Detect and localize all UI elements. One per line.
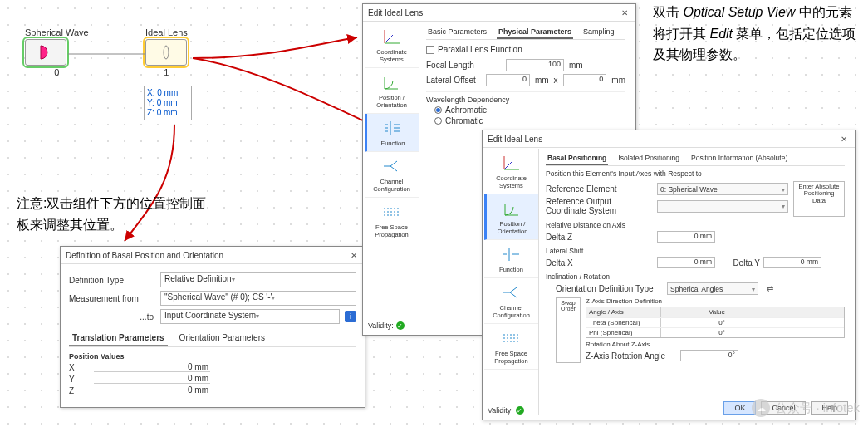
lateral-offset-label: Lateral Offset xyxy=(426,76,481,85)
svg-point-0 xyxy=(164,46,169,59)
position-panel[interactable]: X: 0 mm Y: 0 mm Z: 0 mm xyxy=(144,86,192,120)
checkbox-icon xyxy=(426,46,434,54)
wave-icon xyxy=(501,244,522,264)
position-values-head: Position Values xyxy=(69,352,356,361)
phi-value[interactable]: 0° xyxy=(661,328,728,337)
delta-y-input[interactable]: 0 mm xyxy=(763,257,821,268)
svg-line-7 xyxy=(504,161,512,169)
node-index: 1 xyxy=(145,67,188,77)
node-title: Spherical Wave xyxy=(25,27,89,37)
svg-line-4 xyxy=(385,35,393,43)
dash-icon xyxy=(381,202,403,222)
split-icon xyxy=(381,156,403,176)
lateral-offset-y-input[interactable]: 0 xyxy=(563,74,607,86)
angle-icon xyxy=(381,72,403,92)
definition-type-label: Definition Type xyxy=(69,276,160,285)
radio-icon xyxy=(434,106,442,114)
close-icon[interactable]: ✕ xyxy=(619,7,630,18)
node-spherical-wave[interactable]: Spherical Wave 0 xyxy=(25,27,89,77)
reverse-icon[interactable]: ⇄ xyxy=(767,284,773,293)
delta-z-input[interactable]: 0 mm xyxy=(657,231,715,243)
dialog-basal-position: Definition of Basal Position and Orienta… xyxy=(60,246,365,408)
pos-y-input[interactable]: 0 mm xyxy=(94,374,210,384)
sidebar-item-function[interactable]: Function xyxy=(484,240,538,278)
reference-element-select[interactable]: 0: Spherical Wave xyxy=(657,183,788,195)
focal-length-input[interactable]: 100 xyxy=(506,59,564,71)
pos-z-input[interactable]: 0 mm xyxy=(94,385,210,395)
tab-orientation[interactable]: Orientation Parameters xyxy=(176,331,268,346)
check-icon: ✓ xyxy=(396,321,405,330)
pos-y: Y: 0 mm xyxy=(147,98,189,108)
pos-x: X: 0 mm xyxy=(147,88,189,98)
node-source-box[interactable] xyxy=(25,39,66,66)
tab-sampling[interactable]: Sampling xyxy=(581,26,616,39)
node-ideal-lens[interactable]: Ideal Lens 1 xyxy=(145,27,188,77)
dialog-sidebar: Coordinate Systems Position / Orientatio… xyxy=(484,149,539,415)
dialog-title-text: Definition of Basal Position and Orienta… xyxy=(66,251,223,260)
split-icon xyxy=(501,282,522,302)
radio-chromatic[interactable]: Chromatic xyxy=(434,116,625,125)
angle-table: Angle / AxisValue Theta (Spherical)0° Ph… xyxy=(586,307,845,338)
sidebar-item-channel-config[interactable]: Channel Configuration xyxy=(365,152,419,198)
sidebar-item-free-space[interactable]: Free Space Propagation xyxy=(365,198,419,243)
delta-x-input[interactable]: 0 mm xyxy=(657,257,715,268)
lateral-offset-x-input[interactable]: 0 xyxy=(486,74,530,86)
z-rotation-input[interactable]: 0° xyxy=(680,350,738,361)
sidebar-item-channel-config[interactable]: Channel Configuration xyxy=(484,278,538,324)
radio-achromatic[interactable]: Achromatic xyxy=(434,106,625,115)
tab-translation[interactable]: Translation Parameters xyxy=(69,331,168,346)
measurement-from-label: Measurement from xyxy=(69,294,160,303)
theta-value[interactable]: 0° xyxy=(661,318,728,327)
validity-indicator: Validity:✓ xyxy=(368,321,405,330)
sidebar-item-position-orientation[interactable]: Position / Orientation xyxy=(365,68,419,114)
radio-icon xyxy=(434,117,442,125)
source-icon xyxy=(36,44,56,61)
measurement-from-select[interactable]: "Spherical Wave" (# 0); CS '-' xyxy=(160,291,356,306)
info-icon[interactable]: i xyxy=(345,311,356,322)
wavelength-dep-label: Wavelength Dependency xyxy=(426,96,625,104)
close-icon[interactable]: ✕ xyxy=(838,133,850,145)
tab-isolated-positioning[interactable]: Isolated Positioning xyxy=(616,152,681,165)
sidebar-item-coordinate-systems[interactable]: Coordinate Systems xyxy=(484,149,538,194)
validity-indicator: Validity:✓ xyxy=(488,406,524,415)
node-title: Ideal Lens xyxy=(145,27,188,37)
paraxial-checkbox[interactable]: Paraxial Lens Function xyxy=(426,45,625,54)
dialog-title-text: Edit Ideal Lens xyxy=(368,8,423,17)
axes-icon xyxy=(381,27,403,47)
sidebar-item-free-space[interactable]: Free Space Propagation xyxy=(484,324,538,370)
axes-icon xyxy=(501,153,522,173)
close-icon[interactable]: ✕ xyxy=(348,249,360,261)
orientation-def-select[interactable]: Spherical Angles xyxy=(667,282,758,295)
to-select[interactable]: Input Coordinate System xyxy=(160,309,340,324)
focal-length-label: Focal Length xyxy=(426,61,501,70)
phi-cell[interactable]: Phi (Spherical) xyxy=(586,328,661,337)
reference-cs-select[interactable] xyxy=(657,200,788,213)
definition-type-select[interactable]: Relative Definition xyxy=(160,272,356,287)
pos-z: Z: 0 mm xyxy=(147,108,189,118)
sidebar-item-function[interactable]: Function xyxy=(365,114,419,152)
lens-icon xyxy=(158,44,174,61)
dialog-edit-lens-position: Edit Ideal Lens ✕ Coordinate Systems Pos… xyxy=(482,130,856,420)
enter-absolute-button[interactable]: Enter Absolute Positioning Data xyxy=(793,181,845,217)
pos-x-input[interactable]: 0 mm xyxy=(94,362,210,372)
wechat-icon: ☁ xyxy=(752,399,770,417)
node-index: 0 xyxy=(25,67,89,77)
sidebar-item-position-orientation[interactable]: Position / Orientation xyxy=(484,194,538,240)
wave-icon xyxy=(382,118,404,138)
annotation-right: 双击 Optical Setup View 中的元素将打开其 Edit 菜单，包… xyxy=(653,2,861,66)
to-label: ...to xyxy=(69,312,160,321)
swap-order-button[interactable]: Swap Order xyxy=(556,297,581,363)
node-lens-box[interactable] xyxy=(145,39,187,66)
tab-basic-params[interactable]: Basic Parameters xyxy=(426,26,488,39)
tab-physical-params[interactable]: Physical Parameters xyxy=(497,26,573,39)
sidebar-item-coordinate-systems[interactable]: Coordinate Systems xyxy=(365,22,419,68)
dash-icon xyxy=(501,328,522,348)
dialog-title-text: Edit Ideal Lens xyxy=(488,135,542,144)
tab-basal-positioning[interactable]: Basal Positioning xyxy=(546,152,608,165)
watermark: ☁ 公众号 · infotek xyxy=(752,399,860,417)
annotation-left: 注意:双击组件下方的位置控制面板来调整其位置。 xyxy=(17,193,208,235)
position-respect-text: Position this Element's Input Axes with … xyxy=(546,169,845,178)
theta-cell[interactable]: Theta (Spherical) xyxy=(586,318,661,327)
tab-position-info-absolute[interactable]: Position Information (Absolute) xyxy=(689,152,789,165)
angle-icon xyxy=(502,199,523,218)
